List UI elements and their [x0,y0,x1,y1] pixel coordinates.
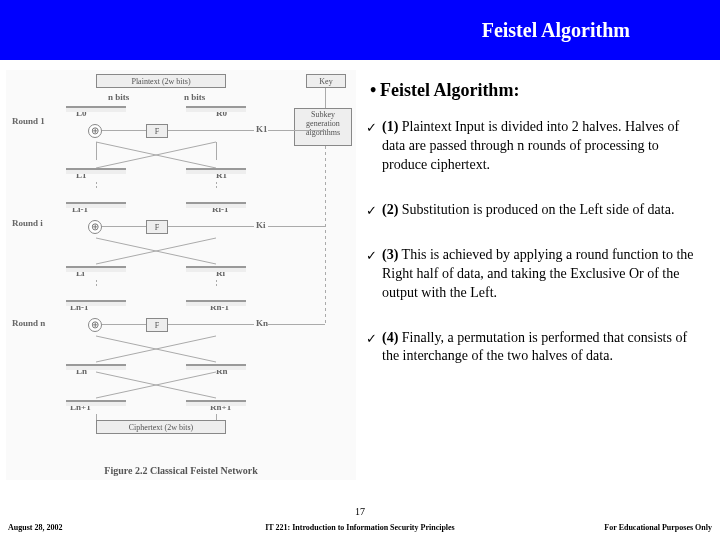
point-1: (1) Plaintext Input is divided into 2 ha… [366,118,696,175]
point-text: Plaintext Input is divided into 2 halves… [382,119,679,172]
line [216,414,217,420]
line [186,300,246,306]
bullet: • [370,80,380,100]
line [216,280,217,288]
line [96,280,97,288]
point-text: Substitution is produced on the Left sid… [398,202,674,217]
round1-label: Round 1 [12,116,45,126]
Fi: F [146,220,168,234]
feistel-diagram: Plaintext (2w bits) n bits n bits Key Su… [6,70,356,480]
line [168,226,254,227]
line [66,300,126,306]
line [66,266,126,272]
roundi-label: Round i [12,218,43,228]
cross-n [66,334,246,364]
xor1: ⊕ [88,124,102,138]
section-heading: • Feistel Algorithm: [366,78,696,102]
line [186,400,246,406]
line [102,226,146,227]
heading-text: Feistel Algorithm: [380,80,519,100]
slide-title: Feistel Algorithm [482,19,630,42]
plaintext-box: Plaintext (2w bits) [96,74,226,88]
Fn: F [146,318,168,332]
cross-final [66,370,246,400]
line [66,168,126,174]
ciphertext-box: Ciphertext (2w bits) [96,420,226,434]
line [186,266,246,272]
F1: F [146,124,168,138]
xor-i: ⊕ [88,220,102,234]
line [268,226,325,227]
text-column: • Feistel Algorithm: (1) Plaintext Input… [360,60,720,490]
line [186,106,246,112]
line [66,202,126,208]
line [66,106,126,112]
Ki: Ki [256,220,266,230]
content-area: Plaintext (2w bits) n bits n bits Key Su… [0,60,720,490]
line [102,324,146,325]
line [168,324,254,325]
roundn-label: Round n [12,318,45,328]
nbits-left: n bits [108,92,129,102]
point-num: (2) [382,202,398,217]
nbits-right: n bits [184,92,205,102]
point-4: (4) Finally, a permutation is performed … [366,329,696,367]
point-text: Finally, a permutation is performed that… [382,330,687,364]
key-box: Key [306,74,346,88]
cross-i [66,236,246,266]
line [168,130,254,131]
line [268,324,325,325]
page-number: 17 [0,506,720,517]
point-num: (4) [382,330,398,345]
point-num: (1) [382,119,398,134]
footer-right: For Educational Purposes Only [604,523,712,532]
point-3: (3) This is achieved by applying a round… [366,246,696,303]
subkey-box: Subkey generation algorithms [294,108,352,146]
title-bar: Feistel Algorithm [0,0,720,60]
Kn: Kn [256,318,268,328]
cross1 [66,140,246,170]
line [96,414,97,420]
footer: 17 August 28, 2002 IT 221: Introduction … [0,504,720,540]
point-num: (3) [382,247,398,262]
point-2: (2) Substitution is produced on the Left… [366,201,696,220]
line [325,88,326,108]
diagram-column: Plaintext (2w bits) n bits n bits Key Su… [0,60,360,490]
line [325,146,326,326]
line [268,130,325,131]
K1: K1 [256,124,268,134]
line [102,130,146,131]
point-text: This is achieved by applying a round fun… [382,247,694,300]
line [96,182,97,190]
line [216,182,217,190]
figure-caption: Figure 2.2 Classical Feistel Network [6,465,356,476]
line [186,202,246,208]
line [186,168,246,174]
xor-n: ⊕ [88,318,102,332]
line [66,400,126,406]
